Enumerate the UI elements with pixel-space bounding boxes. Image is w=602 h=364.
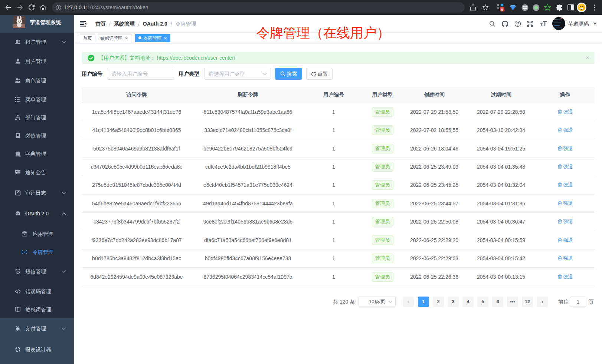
svg-text:a: a	[24, 251, 26, 254]
svg-text:9: 9	[501, 7, 503, 11]
